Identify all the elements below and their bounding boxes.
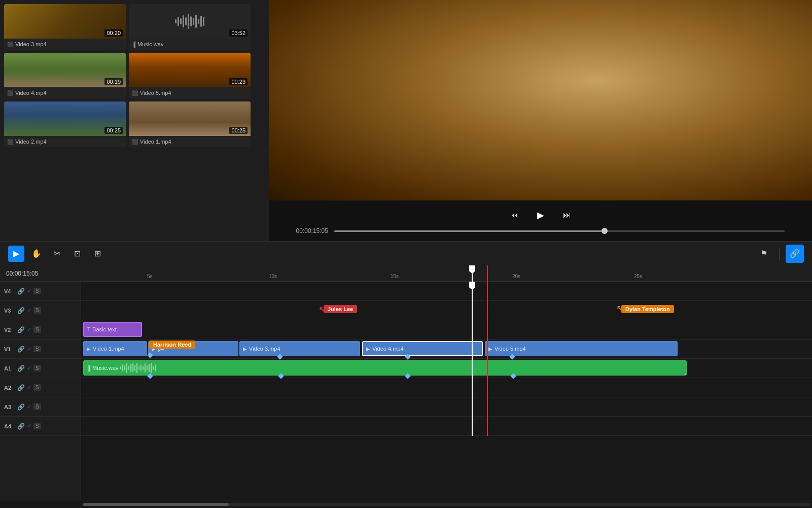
audio-waveform [120, 363, 683, 373]
media-name-video3: Video 3.mp4 [15, 41, 47, 47]
skip-forward-button[interactable]: ⏭ [561, 209, 573, 222]
progress-thumb[interactable] [602, 228, 608, 234]
clip-play-icon-v5: ▶ [488, 346, 492, 352]
hand-tool-button[interactable]: ✋ [28, 246, 45, 262]
tracks-inner: ↖ Jules Lee ↖ Dylan Templeton T Basic te… [81, 282, 812, 436]
track-solo-v4[interactable]: S [33, 288, 41, 294]
track-solo-v2[interactable]: S [33, 326, 41, 333]
track-row-a2 [81, 378, 812, 397]
clip-video4[interactable]: ▶ Video 4.mp4 [362, 341, 483, 356]
thumbnail-musicwav: 03:52 [129, 4, 251, 39]
link-button[interactable]: 🔗 [786, 245, 804, 263]
progress-bar-container: 00:00:15:05 [296, 227, 785, 234]
clip-musicwav-label: Music.wav [92, 365, 118, 371]
track-solo-v1[interactable]: S [33, 346, 41, 352]
lion-preview-image [269, 0, 812, 200]
media-name-video4: Video 4.mp4 [15, 90, 47, 96]
clip-audio-icon: ▐ [87, 365, 90, 371]
track-solo-v3[interactable]: S [33, 307, 41, 314]
clip-video5[interactable]: ▶ Video 5.mp4 [485, 341, 678, 356]
track-name-a1: A1 [4, 365, 15, 371]
playhead-top [469, 265, 475, 274]
track-lock-v3[interactable]: 🔗 [17, 307, 25, 314]
thumbnail-video2: 00:25 [4, 101, 126, 136]
clip-video1[interactable]: ▶ Video 1.mp4 [83, 341, 147, 356]
select-tool-button[interactable]: ▶ [8, 246, 24, 262]
track-check-a4[interactable]: ✓ [27, 423, 31, 429]
top-area: 00:20 ⬛ Video 3.mp4 03:52 [0, 0, 812, 241]
scrollbar-track[interactable] [83, 503, 810, 506]
clip-video1-label: Video 1.mp4 [93, 346, 124, 352]
play-button[interactable]: ▶ [533, 207, 549, 223]
track-name-a3: A3 [4, 404, 15, 410]
skip-back-button[interactable]: ⏮ [508, 209, 520, 222]
clip-video4-label: Video 4.mp4 [372, 346, 404, 352]
clip-musicwav[interactable]: ▐ Music.wav [83, 360, 687, 376]
media-item-label-video2: ⬛ Video 2.mp4 [4, 136, 126, 147]
timeline-ruler: 00:00:15:05 5s 10s 15s 20s 25s [0, 265, 812, 282]
scrollbar-thumb[interactable] [83, 503, 229, 506]
track-lock-v2[interactable]: 🔗 [17, 326, 25, 333]
media-item-video1[interactable]: 00:25 ⬛ Video 1.mp4 [129, 101, 251, 147]
duration-badge-video3: 00:20 [104, 29, 123, 37]
ruler-label-20s: 20s [512, 274, 520, 279]
crop-tool-button[interactable]: ⊞ [89, 246, 105, 262]
ruler-label-5s: 5s [147, 274, 153, 279]
track-name-a2: A2 [4, 385, 15, 391]
marker-button[interactable]: ⚑ [755, 245, 773, 263]
clip-basic-text[interactable]: T Basic text [83, 322, 142, 337]
track-row-v1: Harrison Reed ▶ Video 1.mp4 ▶ p4 [81, 340, 812, 359]
track-check-v1[interactable]: ✓ [27, 346, 31, 352]
track-content: ↖ Jules Lee ↖ Dylan Templeton T Basic te… [81, 282, 812, 500]
track-name-v2: V2 [4, 327, 15, 333]
preview-video [269, 0, 812, 200]
ruler-label-25s: 25s [634, 274, 642, 279]
track-check-a2[interactable]: ✓ [27, 384, 31, 391]
duration-badge-video2: 00:25 [104, 127, 123, 134]
track-labels: V4 🔗 ✓ S V3 🔗 ✓ S V2 🔗 ✓ S [0, 282, 81, 500]
timeline-scrollbar[interactable] [0, 500, 812, 508]
track-check-v4[interactable]: ✓ [27, 288, 31, 294]
clip-video3[interactable]: ▶ Video 3.mp4 [239, 341, 360, 356]
track-solo-a4[interactable]: S [33, 423, 41, 429]
track-lock-a3[interactable]: 🔗 [17, 403, 25, 411]
clip-play-icon-v1: ▶ [87, 346, 91, 352]
track-lock-a4[interactable]: 🔗 [17, 423, 25, 430]
track-label-a2: A2 🔗 ✓ S [0, 378, 81, 397]
track-check-a1[interactable]: ✓ [27, 365, 31, 371]
track-check-v2[interactable]: ✓ [27, 326, 31, 333]
media-item-label-video5: ⬛ Video 5.mp4 [129, 87, 251, 98]
ruler-red-marker [487, 265, 488, 282]
media-item-label-video3: ⬛ Video 3.mp4 [4, 39, 126, 50]
track-lock-v4[interactable]: 🔗 [17, 288, 25, 295]
track-solo-a1[interactable]: S [33, 365, 41, 371]
marquee-tool-button[interactable]: ⊡ [69, 246, 85, 262]
track-solo-a3[interactable]: S [33, 403, 41, 410]
media-item-musicwav[interactable]: 03:52 ▐ Music.wav [129, 4, 251, 50]
duration-badge-video1: 00:25 [229, 127, 248, 134]
track-check-v3[interactable]: ✓ [27, 307, 31, 314]
media-item-video4[interactable]: 00:19 ⬛ Video 4.mp4 [4, 53, 126, 98]
track-lock-a1[interactable]: 🔗 [17, 365, 25, 372]
media-item-video5[interactable]: 00:23 ⬛ Video 5.mp4 [129, 53, 251, 98]
thumbnail-video3: 00:20 [4, 4, 126, 39]
track-row-a4 [81, 417, 812, 436]
thumbnail-video4: 00:19 [4, 53, 126, 87]
track-lock-a2[interactable]: 🔗 [17, 384, 25, 391]
duration-badge-video4: 00:19 [104, 78, 123, 85]
track-solo-a2[interactable]: S [33, 384, 41, 391]
cut-tool-button[interactable]: ✂ [49, 246, 65, 262]
video-icon-video2: ⬛ [7, 139, 13, 145]
timeline-area: 00:00:15:05 5s 10s 15s 20s 25s V4 🔗 ✓ [0, 265, 812, 508]
progress-bar[interactable] [334, 230, 785, 232]
track-label-v4: V4 🔗 ✓ S [0, 282, 81, 301]
track-check-a3[interactable]: ✓ [27, 403, 31, 410]
duration-badge-musicwav: 03:52 [229, 29, 248, 37]
preview-controls: ⏮ ▶ ⏭ 00:00:15:05 [269, 200, 812, 241]
app-container: 00:20 ⬛ Video 3.mp4 03:52 [0, 0, 812, 508]
media-item-video2[interactable]: 00:25 ⬛ Video 2.mp4 [4, 101, 126, 147]
media-item-video3[interactable]: 00:20 ⬛ Video 3.mp4 [4, 4, 126, 50]
track-lock-v1[interactable]: 🔗 [17, 346, 25, 353]
media-name-musicwav: Music.wav [137, 41, 163, 47]
audio-wave-icon [175, 11, 204, 31]
